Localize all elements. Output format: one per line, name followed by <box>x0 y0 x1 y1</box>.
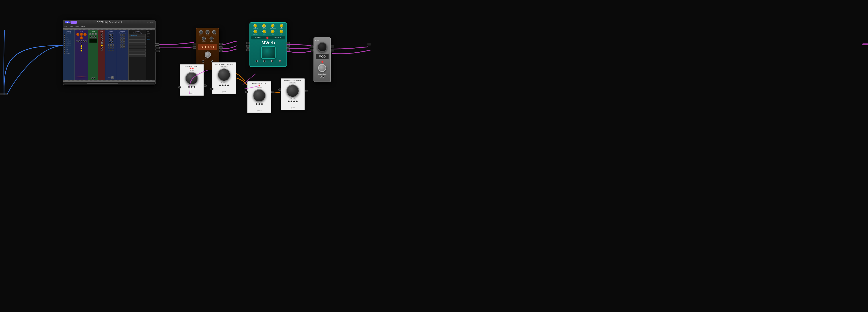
right-port-3 <box>155 50 159 53</box>
module-adsr: ADSR <box>88 30 98 80</box>
mverb-output-port-l[interactable] <box>271 60 273 62</box>
mverb-knob-predelay[interactable]: PREDELAY <box>253 24 258 29</box>
mverb-knob-size[interactable]: SIZE <box>271 30 275 35</box>
shiro-knob-gate[interactable]: GATE <box>206 30 210 36</box>
module-host-audio: Cardinal Host Audio <box>105 30 117 80</box>
shiro-knob-depth[interactable]: DEPTH <box>199 30 203 36</box>
shiro-input-port[interactable] <box>202 60 204 63</box>
gain-led <box>321 61 323 63</box>
slew-2-title: SLEW RATE LIMITER <box>284 80 302 81</box>
slew-1-knob[interactable] <box>218 68 230 81</box>
ctrl-cv-2-knob[interactable] <box>253 89 266 102</box>
cardinal-window: ON DISTRHO | Cardinal Mini 60.5 fps File… <box>63 20 156 85</box>
slew-1-title: SLEW RATE LIMITER <box>215 64 233 65</box>
mverb-output-port-r[interactable] <box>279 60 281 62</box>
window-titlebar: ON DISTRHO | Cardinal Mini 60.5 fps <box>63 20 155 25</box>
mverb-knob-length[interactable]: LENGTH <box>262 24 266 29</box>
slew-2-knob[interactable] <box>286 84 299 97</box>
module-host-midi: Cardinal Host MIDI V/Oct Gate Velocity A… <box>63 30 75 80</box>
ctrl-cv-1-knob[interactable] <box>185 72 198 85</box>
window-fps: 60.5 fps <box>147 22 154 24</box>
window-on-badge[interactable]: ON <box>65 22 70 24</box>
ctrl-cv-2-title: CONTROL TO CV <box>252 83 266 84</box>
window-menubar: File Edit View Help <box>63 25 155 28</box>
menu-file[interactable]: File <box>64 25 67 27</box>
shiro-nameplate: SHIRO <box>198 44 217 50</box>
pedal-mverb: PREDELAY LENGTH BANDWIDTH DECAY DAMPING … <box>249 22 287 67</box>
far-right-purple-cable <box>862 43 868 45</box>
module-host-params: Cardinal Host Params <box>117 30 128 80</box>
right-port-2 <box>155 47 159 49</box>
shiro-knob-tone[interactable]: TONE <box>212 30 216 36</box>
mverb-knob-tone[interactable]: TONE <box>262 30 266 35</box>
menu-view[interactable]: View <box>75 25 79 27</box>
menu-help[interactable]: Help <box>81 25 85 27</box>
mverb-knob-decay[interactable]: DECAY <box>280 24 283 29</box>
mverb-input-port-l[interactable] <box>255 60 258 62</box>
menu-edit[interactable]: Edit <box>70 25 73 27</box>
module-control-cv-2: CONTROL TO CV CONTROL @MOD <box>247 81 271 113</box>
module-vco: VCO <box>75 30 88 80</box>
rack-content: Cardinal Host MIDI V/Oct Gate Velocity A… <box>63 28 155 82</box>
gain-port-l[interactable] <box>320 76 322 77</box>
far-left-connector-top <box>0 93 8 95</box>
gain-main-knob[interactable] <box>317 42 327 52</box>
module-control-cv-1: CONTROL TO CV CONTROL @MOD <box>180 64 204 96</box>
ctrl-cv-1-title: CONTROL TO CV <box>185 66 198 67</box>
right-port-1 <box>155 43 159 46</box>
mverb-knob-bandwidth[interactable]: BANDWIDTH <box>270 24 275 29</box>
window-title: DISTRHO | Cardinal Mini <box>97 21 122 24</box>
info-panel: Info This w... The wi... 4 bui... the d.… <box>146 30 155 80</box>
shiro-knob-shape[interactable]: SHAPE <box>202 37 206 42</box>
mverb-knob-mix[interactable]: MIX <box>280 30 283 35</box>
module-slew-1: SLEW RATE LIMITER RISE TIME FALL TIME @M… <box>212 62 236 94</box>
gain-footswitch[interactable] <box>318 64 326 72</box>
module-host-params-map: Cardinal Host Params Map Click here to m… <box>128 30 146 80</box>
module-slew-2: SLEW RATE LIMITER RISE TIME FALL TIME @M… <box>281 78 305 110</box>
shiro-footswitch[interactable] <box>205 51 211 58</box>
shiro-knob-phase[interactable]: PHASE <box>210 37 214 42</box>
mverb-name: MVerb <box>250 40 286 45</box>
pedal-stereo-gain: GAIN MOD Stereo Gain <box>313 37 331 82</box>
gain-port-r[interactable] <box>323 76 324 77</box>
window-scrollbar[interactable] <box>63 82 155 85</box>
mverb-io-bar: → INPUT OUTPUT → <box>251 36 285 39</box>
mverb-knob-damping[interactable]: DAMPING <box>253 30 257 35</box>
mverb-footswitch[interactable] <box>261 46 276 59</box>
gain-mod-badge: MOD <box>316 54 329 59</box>
mverb-input-port-r[interactable] <box>263 60 266 62</box>
module-vca: VCA <box>98 30 105 80</box>
